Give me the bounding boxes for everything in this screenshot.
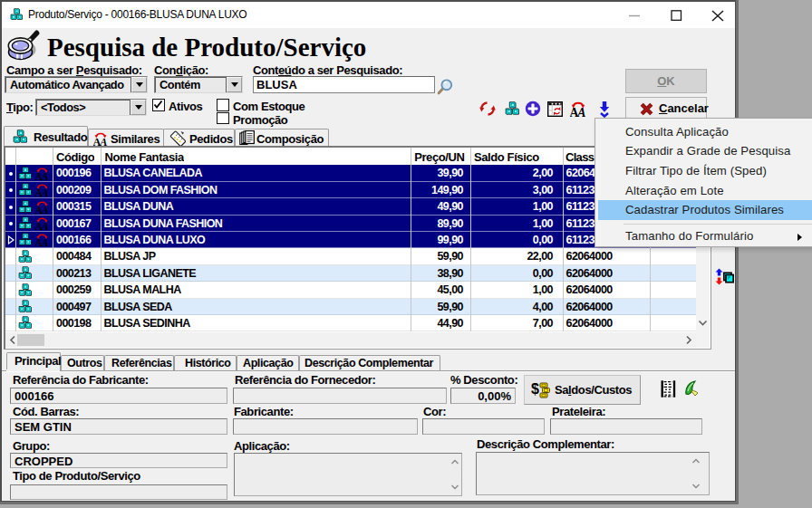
svg-text:A: A bbox=[41, 221, 49, 230]
svg-text:$: $ bbox=[531, 381, 539, 397]
svg-text:A: A bbox=[41, 204, 49, 213]
svg-text:A: A bbox=[99, 136, 107, 146]
svg-text:A: A bbox=[576, 106, 585, 117]
svg-text:A: A bbox=[41, 237, 49, 246]
svg-text:A: A bbox=[41, 171, 49, 180]
svg-text:A: A bbox=[41, 187, 49, 196]
